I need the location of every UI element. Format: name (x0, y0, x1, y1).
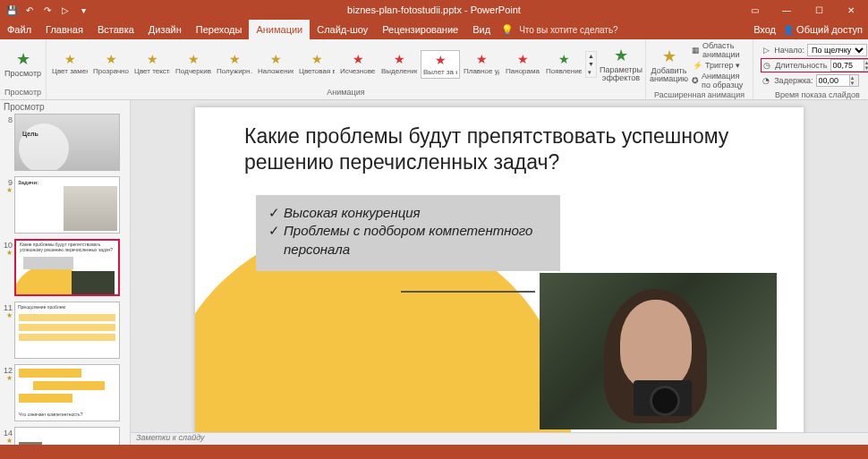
animation-indicator-icon: ★ (2, 250, 13, 257)
bullets-textbox[interactable]: ✓Высокая конкуренция ✓Проблемы с подборо… (256, 195, 560, 271)
add-animation-button[interactable]: ★ Добавить анимацию (650, 43, 688, 88)
effect-label: Цвет замен… (52, 68, 88, 75)
animation-effect-item[interactable]: ★Цвет замен… (50, 50, 89, 79)
preview-animation-button[interactable]: ★ Просмотр (4, 42, 42, 87)
tab-design[interactable]: Дизайн (141, 20, 189, 39)
slide-thumbnail-10[interactable]: Какие проблемы будут препятствовать успе… (14, 239, 120, 296)
checkmark-icon: ✓ (268, 222, 280, 259)
animation-effect-item[interactable]: ★Подчеркив… (174, 50, 213, 79)
slide-thumbnail-8[interactable]: Цель (14, 114, 120, 171)
tab-slideshow[interactable]: Слайд-шоу (310, 20, 375, 39)
gallery-scroll-up[interactable]: ▲ (586, 52, 596, 60)
animation-effect-item[interactable]: ★Панорама (503, 50, 542, 79)
qat-more[interactable]: ▾ (75, 2, 91, 18)
animation-pane-button[interactable]: ▦Область анимации (692, 43, 745, 57)
ribbon-options-icon[interactable]: ▭ (741, 1, 768, 19)
star-icon: ★ (433, 53, 447, 67)
star-icon: ★ (63, 52, 77, 66)
group-preview-label: Просмотр (4, 87, 42, 98)
animation-effect-item[interactable]: ★Прозрачно… (91, 50, 131, 79)
add-animation-icon: ★ (660, 47, 678, 65)
group-animation-label: Анимация (50, 87, 642, 98)
animation-effect-item[interactable]: ★Вылет за кр… (421, 50, 460, 79)
slide-title[interactable]: Какие проблемы будут препятствовать успе… (244, 123, 768, 175)
slide-thumbnail-11[interactable]: Преодоление проблем (14, 302, 120, 359)
animation-effect-item[interactable]: ★Плавное уд… (462, 50, 501, 79)
effect-label: Цветовая в… (299, 68, 335, 75)
tell-me-search[interactable]: Что вы хотите сделать? (519, 25, 618, 35)
animation-indicator-icon: ★ (2, 187, 13, 194)
slide-thumbnail-9[interactable]: Задачи: (14, 176, 120, 234)
animation-effect-item[interactable]: ★Исчезнове… (338, 50, 378, 79)
animation-painter-button[interactable]: ✪Анимация по образцу (692, 73, 745, 88)
clock-icon: ◷ (762, 61, 772, 70)
checkmark-icon: ✓ (268, 204, 280, 222)
effect-options-button[interactable]: ★ Параметры эффектов (600, 42, 642, 87)
star-icon: ★ (310, 52, 324, 66)
delay-spinner[interactable]: ▲▼ (849, 75, 858, 86)
tab-transitions[interactable]: Переходы (189, 20, 250, 39)
effect-label: Полужирн… (217, 68, 252, 75)
underline-shape[interactable] (401, 291, 535, 293)
star-icon: ★ (186, 52, 200, 66)
status-bar (0, 445, 868, 459)
window-maximize[interactable]: ☐ (805, 1, 832, 19)
gallery-scroll-down[interactable]: ▼ (586, 60, 596, 68)
effect-label: Выделение (381, 68, 417, 75)
qat-save[interactable]: 💾 (4, 2, 20, 18)
qat-redo[interactable]: ↷ (39, 2, 55, 18)
share-button[interactable]: 👤 Общий доступ (783, 24, 863, 35)
start-label: Начало: (774, 46, 804, 55)
slide-number: 8 (8, 115, 13, 124)
star-icon: ★ (351, 52, 365, 66)
effect-label: Подчеркив… (175, 68, 211, 75)
animation-effect-item[interactable]: ★Полужирн… (215, 50, 254, 79)
tab-animations[interactable]: Анимации (249, 20, 310, 39)
animation-effect-item[interactable]: ★Цветовая в… (297, 50, 336, 79)
animation-effect-item[interactable]: ★Выделение (379, 50, 419, 79)
animation-effect-item[interactable]: ★Цвет текста (132, 50, 172, 79)
pane-icon: ▦ (692, 46, 700, 55)
delay-icon: ◔ (761, 76, 771, 85)
slide-photo[interactable] (540, 273, 777, 429)
tab-home[interactable]: Главная (38, 20, 90, 39)
effect-label: Исчезнове… (340, 68, 376, 75)
slide-thumbnail-12[interactable]: Что означает компетентность? (14, 364, 120, 421)
qat-undo[interactable]: ↶ (21, 2, 38, 18)
gallery-expand[interactable]: ▾ (586, 68, 596, 77)
tab-view[interactable]: Вид (465, 20, 498, 39)
effect-label: Цвет текста (134, 68, 170, 75)
trigger-icon: ⚡ (692, 61, 702, 70)
window-close[interactable]: ✕ (838, 1, 864, 19)
duration-spinner[interactable]: ▲▼ (864, 60, 868, 71)
document-title: biznes-plan-fotostudii.pptx - PowerPoint (347, 4, 521, 15)
trigger-button[interactable]: ⚡Триггер ▾ (692, 58, 745, 72)
duration-input[interactable] (831, 60, 864, 71)
effect-label: Прозрачно… (93, 68, 129, 75)
animation-effect-item[interactable]: ★Наложение (256, 50, 295, 79)
lightbulb-icon: 💡 (501, 24, 514, 36)
window-minimize[interactable]: — (773, 1, 800, 19)
thumbnails-header: Просмотр (0, 100, 130, 114)
effect-label: Появление (546, 68, 582, 75)
group-advanced-label: Расширенная анимация (650, 89, 749, 100)
tab-insert[interactable]: Вставка (90, 20, 141, 39)
signin-link[interactable]: Вход (753, 24, 776, 35)
delay-label: Задержка: (774, 76, 813, 85)
tab-review[interactable]: Рецензирование (375, 20, 465, 39)
animation-indicator-icon: ★ (2, 375, 13, 382)
slide-canvas[interactable]: Какие проблемы будут препятствовать успе… (195, 107, 804, 432)
tab-file[interactable]: Файл (0, 20, 38, 39)
animation-indicator-icon: ★ (2, 312, 13, 319)
slide-thumbnail-14[interactable] (14, 427, 120, 445)
notes-placeholder[interactable]: Заметки к слайду (131, 432, 868, 445)
star-icon: ★ (145, 52, 159, 66)
effect-options-icon: ★ (612, 47, 630, 64)
animation-start-select[interactable]: По щелчку (807, 44, 867, 56)
star-icon: ★ (268, 52, 283, 66)
delay-input[interactable] (817, 75, 849, 86)
qat-slideshow[interactable]: ▷ (57, 2, 73, 18)
animation-effect-item[interactable]: ★Появление (544, 50, 583, 79)
animation-indicator-icon: ★ (2, 438, 13, 445)
star-icon: ★ (557, 52, 571, 66)
